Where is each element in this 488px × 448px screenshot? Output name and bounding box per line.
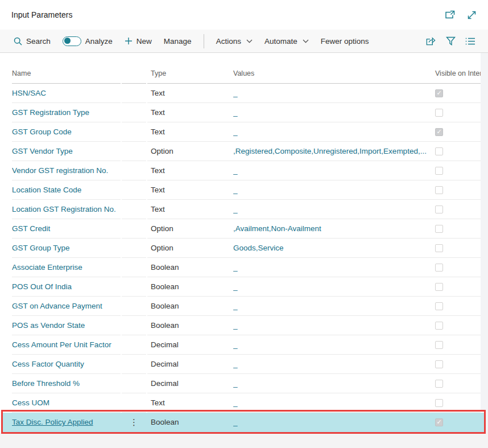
row-name-link[interactable]: Before Threshold % [12,379,80,388]
row-name-link[interactable]: Tax Disc. Policy Applied [12,418,93,426]
row-values-value[interactable]: _ [233,282,238,291]
table-row[interactable]: GST Registration TypeText_ [0,103,481,122]
table-row[interactable]: Cess UOMText_ [0,393,481,413]
visible-on-interface-checkbox[interactable] [435,341,443,349]
row-name-link[interactable]: GST Registration Type [12,108,89,117]
fewer-options-button[interactable]: Fewer options [321,37,369,46]
row-menu-cell: ⋮ [122,413,146,432]
visible-on-interface-checkbox[interactable] [435,89,443,97]
row-visible-cell [431,161,481,180]
row-values-value[interactable]: _ [233,379,238,388]
row-values-value[interactable]: _ [233,360,238,368]
column-header-visible[interactable]: Visible on Interface [431,69,481,84]
plus-icon [125,37,133,45]
visible-on-interface-checkbox[interactable] [435,302,443,310]
expand-icon[interactable] [466,10,477,20]
row-values-value[interactable]: _ [233,89,238,97]
visible-on-interface-checkbox[interactable] [435,186,443,194]
row-values-value[interactable]: ,Availment,Non-Availment [233,224,321,233]
column-header-name[interactable]: Name [12,69,121,84]
table-row[interactable]: Location State CodeText_ [0,180,481,200]
filter-icon[interactable] [445,36,456,46]
row-name-link[interactable]: Location State Code [12,186,81,194]
visible-on-interface-checkbox[interactable] [435,380,443,388]
table-row[interactable]: Cess Amount Per Unit FactorDecimal_ [0,335,481,355]
row-name-link[interactable]: Cess Amount Per Unit Factor [12,340,111,349]
row-type-cell: Decimal [147,335,229,355]
actions-menu-button[interactable]: Actions [216,37,253,46]
choose-columns-icon[interactable] [465,36,475,46]
row-name-link[interactable]: Associate Enterprise [12,263,82,272]
table-row[interactable]: Before Threshold %Decimal_ [0,374,481,393]
visible-on-interface-checkbox[interactable] [435,283,443,291]
open-in-window-icon[interactable] [445,10,455,20]
automate-menu-button[interactable]: Automate [264,37,309,46]
table-row[interactable]: GST Vendor TypeOption,Registered,Composi… [0,142,481,161]
row-values-value[interactable]: _ [233,166,238,175]
row-values-value[interactable]: _ [233,205,238,213]
column-header-values[interactable]: Values [229,69,431,84]
row-values-value[interactable]: _ [233,128,238,136]
row-values-value[interactable]: _ [233,340,238,349]
row-name-link[interactable]: GST Credit [12,224,50,233]
table-row[interactable]: Location GST Registration No.Text_ [0,200,481,219]
new-button[interactable]: New [125,37,152,46]
row-name-link[interactable]: GST Vendor Type [12,147,73,155]
row-name-cell: POS as Vendor State [12,316,121,335]
row-values-value[interactable]: _ [233,418,238,426]
visible-on-interface-checkbox[interactable] [435,418,443,426]
visible-on-interface-checkbox[interactable] [435,109,443,117]
row-values-value[interactable]: _ [233,186,238,194]
row-name-link[interactable]: Vendor GST registration No. [12,166,108,175]
visible-on-interface-checkbox[interactable] [435,225,443,233]
row-name-link[interactable]: Cess Factor Quantity [12,360,84,368]
visible-on-interface-checkbox[interactable] [435,244,443,252]
table-row[interactable]: HSN/SACText_ [0,84,481,103]
row-name-link[interactable]: GST Group Code [12,128,72,136]
table-row[interactable]: Cess Factor QuantityDecimal_ [0,355,481,374]
row-name-link[interactable]: POS as Vendor State [12,321,85,330]
search-button[interactable]: Search [14,37,51,46]
scrollbar-track[interactable] [481,53,488,433]
visible-on-interface-checkbox[interactable] [435,264,443,272]
row-values-value[interactable]: _ [233,108,238,117]
visible-on-interface-checkbox[interactable] [435,399,443,407]
table-row[interactable]: Vendor GST registration No.Text_ [0,161,481,180]
row-values-value[interactable]: _ [233,321,238,330]
visible-on-interface-checkbox[interactable] [435,147,443,155]
share-icon[interactable] [425,36,436,46]
row-name-link[interactable]: Location GST Registration No. [12,205,116,213]
row-values-value[interactable]: _ [233,302,238,310]
column-header-type[interactable]: Type [147,69,229,84]
row-name-link[interactable]: GST Group Type [12,244,70,252]
row-values-value[interactable]: ,Registered,Composite,Unregistered,Impor… [233,147,427,155]
row-name-link[interactable]: HSN/SAC [12,89,46,97]
row-name-cell: Vendor GST registration No. [12,161,121,180]
table-row[interactable]: Tax Disc. Policy Applied⋮Boolean_ [0,413,481,432]
table-row[interactable]: POS as Vendor StateBoolean_ [0,316,481,335]
row-type-value: Boolean [151,321,179,330]
row-name-link[interactable]: GST on Advance Payment [12,302,102,310]
table-row[interactable]: GST CreditOption,Availment,Non-Availment [0,219,481,239]
analyze-toggle[interactable] [63,36,81,46]
visible-on-interface-checkbox[interactable] [435,128,443,136]
row-values-cell: _ [229,84,431,103]
visible-on-interface-checkbox[interactable] [435,360,443,368]
row-values-value[interactable]: Goods,Service [233,244,284,252]
row-menu-cell [122,297,146,316]
table-row[interactable]: GST Group CodeText_ [0,122,481,142]
row-values-value[interactable]: _ [233,398,238,407]
row-name-link[interactable]: POS Out Of India [12,282,72,291]
row-context-menu-icon[interactable]: ⋮ [130,418,138,426]
row-name-link[interactable]: Cess UOM [12,398,49,407]
table-row[interactable]: Associate EnterpriseBoolean_ [0,258,481,277]
table-row[interactable]: GST Group TypeOptionGoods,Service [0,239,481,258]
visible-on-interface-checkbox[interactable] [435,167,443,175]
row-values-value[interactable]: _ [233,263,238,272]
manage-button[interactable]: Manage [164,37,192,46]
table-row[interactable]: POS Out Of IndiaBoolean_ [0,277,481,297]
table-row[interactable]: GST on Advance PaymentBoolean_ [0,297,481,316]
visible-on-interface-checkbox[interactable] [435,322,443,330]
analyze-toggle-group[interactable]: Analyze [63,36,113,46]
visible-on-interface-checkbox[interactable] [435,205,443,213]
